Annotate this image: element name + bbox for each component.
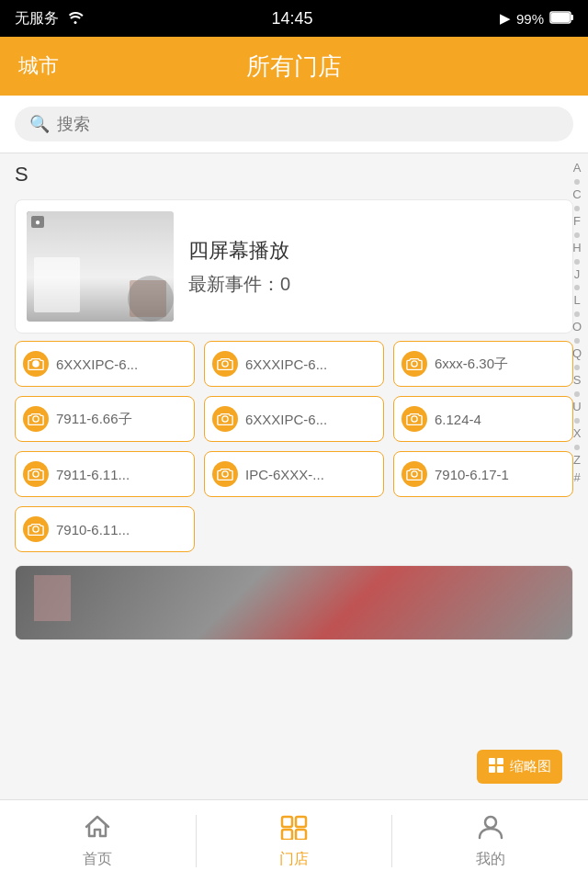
camera-name-4: 7911-6.66子	[56, 411, 187, 428]
tab-store[interactable]: 门店	[197, 800, 392, 882]
wifi-icon	[66, 9, 85, 28]
svg-point-12	[412, 471, 417, 477]
main-content: A C F H J L O Q S U X Z # S ●	[0, 153, 588, 798]
status-time: 14:45	[271, 9, 312, 28]
home-icon	[83, 814, 112, 846]
camera-item-6[interactable]: 6.124-4	[393, 396, 573, 442]
alpha-dot-6	[574, 311, 580, 317]
store-info: 四屏幕播放 最新事件：0	[188, 237, 561, 297]
camera-icon-9	[401, 461, 427, 487]
svg-rect-21	[296, 830, 306, 840]
no-service-label: 无服务	[15, 9, 59, 28]
alpha-dot-1	[574, 179, 580, 185]
tab-mine-label: 我的	[476, 850, 505, 869]
alpha-dot-5	[574, 285, 580, 290]
svg-rect-16	[489, 766, 495, 773]
header: 城市 所有门店	[0, 37, 588, 96]
svg-point-8	[222, 416, 228, 422]
store-thumbnail: ●	[27, 211, 174, 322]
tab-home[interactable]: 首页	[0, 800, 196, 882]
camera-item-3[interactable]: 6xxx-6.30子	[393, 341, 573, 387]
camera-icon-8	[212, 461, 238, 487]
camera-icon-10	[23, 516, 49, 542]
tab-store-label: 门店	[279, 850, 309, 869]
store-thumbnail-img: ●	[27, 211, 174, 322]
store-name: 四屏幕播放	[188, 237, 561, 265]
tab-home-label: 首页	[83, 850, 112, 869]
search-bar: 🔍	[0, 96, 588, 153]
svg-rect-15	[497, 758, 503, 764]
store-item-second-thumb	[16, 566, 572, 639]
alpha-Z[interactable]: Z	[573, 453, 581, 469]
camera-item-2[interactable]: 6XXXIPC-6...	[204, 341, 384, 387]
svg-point-13	[33, 526, 39, 532]
svg-point-5	[222, 361, 228, 367]
svg-point-6	[412, 361, 417, 367]
camera-icon-6	[401, 406, 427, 432]
city-button[interactable]: 城市	[18, 52, 59, 80]
camera-name-5: 6XXXIPC-6...	[245, 412, 376, 427]
svg-rect-19	[296, 817, 306, 827]
alpha-Q[interactable]: Q	[572, 346, 582, 362]
camera-name-7: 7911-6.11...	[56, 467, 187, 482]
camera-icon-4	[23, 406, 49, 432]
store-item[interactable]: ● 四屏幕播放 最新事件：0	[15, 199, 573, 334]
svg-point-7	[33, 416, 39, 422]
svg-rect-20	[282, 830, 292, 840]
store-item-second[interactable]	[15, 565, 573, 640]
alpha-S[interactable]: S	[573, 373, 582, 389]
alpha-U[interactable]: U	[572, 400, 581, 415]
status-left: 无服务	[15, 9, 85, 28]
alpha-J[interactable]: J	[574, 267, 581, 283]
tab-bar: 首页 门店 我的	[0, 799, 588, 882]
thumbnail-grid-icon	[488, 757, 504, 776]
search-wrapper: 🔍	[15, 107, 573, 141]
battery-icon	[549, 11, 573, 27]
camera-icon-5	[212, 406, 238, 432]
battery-percent: 99%	[516, 11, 544, 27]
signal-icon: ▶	[500, 10, 511, 27]
page-title: 所有门店	[246, 51, 342, 83]
camera-item-7[interactable]: 7911-6.11...	[15, 451, 195, 497]
alpha-dot-11	[574, 445, 580, 450]
camera-item-1[interactable]: 6XXXIPC-6...	[15, 341, 195, 387]
alpha-dot-4	[574, 259, 580, 265]
store-icon	[279, 814, 309, 846]
camera-item-10[interactable]: 7910-6.11...	[15, 506, 195, 552]
alpha-L[interactable]: L	[573, 293, 580, 309]
camera-grid: 6XXXIPC-6... 6XXXIPC-6... 6xxx-6.30子 791…	[0, 341, 588, 561]
camera-name-3: 6xxx-6.30子	[435, 356, 565, 373]
alpha-A[interactable]: A	[573, 161, 582, 176]
svg-point-10	[33, 471, 39, 477]
svg-rect-14	[489, 758, 495, 764]
camera-name-2: 6XXXIPC-6...	[245, 356, 376, 372]
alpha-dot-10	[574, 418, 580, 424]
alpha-index: A C F H J L O Q S U X Z #	[566, 153, 588, 493]
search-icon: 🔍	[29, 114, 50, 134]
camera-icon-3	[401, 351, 427, 377]
camera-item-4[interactable]: 7911-6.66子	[15, 396, 195, 442]
thumbnail-button[interactable]: 缩略图	[477, 750, 562, 784]
status-right: ▶ 99%	[500, 10, 573, 27]
camera-icon-1	[23, 351, 49, 377]
alpha-C[interactable]: C	[572, 187, 581, 203]
svg-rect-18	[282, 817, 292, 827]
tab-mine[interactable]: 我的	[392, 800, 588, 882]
camera-item-9[interactable]: 7910-6.17-1	[393, 451, 573, 497]
search-input[interactable]	[57, 115, 559, 134]
svg-point-11	[222, 471, 228, 477]
status-bar: 无服务 14:45 ▶ 99%	[0, 0, 588, 37]
alpha-F[interactable]: F	[573, 214, 581, 230]
camera-icon-7	[23, 461, 49, 487]
camera-item-5[interactable]: 6XXXIPC-6...	[204, 396, 384, 442]
section-s-header: S	[0, 153, 588, 192]
person-icon	[476, 814, 505, 846]
alpha-O[interactable]: O	[572, 320, 582, 335]
alpha-X[interactable]: X	[573, 426, 582, 442]
svg-rect-1	[571, 15, 573, 20]
alpha-hash[interactable]: #	[573, 470, 580, 486]
camera-icon-2	[212, 351, 238, 377]
alpha-H[interactable]: H	[572, 241, 581, 256]
camera-item-8[interactable]: IPC-6XXX-...	[204, 451, 384, 497]
alpha-dot-9	[574, 391, 580, 397]
